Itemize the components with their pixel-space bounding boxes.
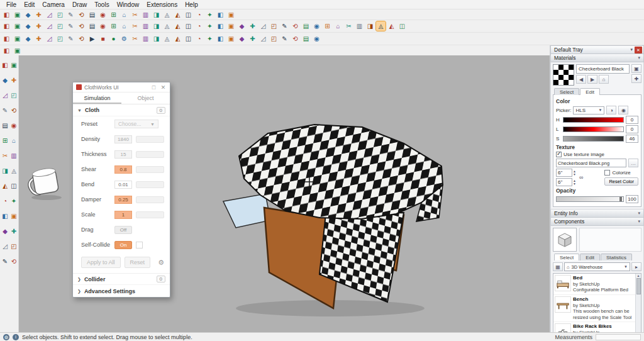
component-item-bed[interactable]: Bedby SketchUpConfigurable Platform Bed — [553, 274, 635, 295]
follow-me-icon[interactable]: ◭ — [173, 21, 182, 31]
walk-icon[interactable]: ◨ — [365, 21, 375, 31]
stamp-icon[interactable]: ◬ — [162, 34, 172, 43]
pushpin-icon[interactable]: ▾ — [638, 211, 640, 216]
weld-edges-icon[interactable]: ✚ — [248, 34, 257, 43]
style-shaded-icon[interactable]: ◫ — [397, 21, 407, 31]
preferences-icon[interactable]: ◬ — [162, 10, 172, 20]
arc-icon[interactable]: ◰ — [55, 21, 65, 31]
aspect-lock-icon[interactable]: ∞ — [578, 174, 584, 181]
polygon-icon[interactable]: ✂ — [130, 21, 140, 31]
sew-edges-icon[interactable]: ◿ — [45, 34, 54, 43]
tape-measure-icon[interactable]: ✦ — [205, 21, 214, 31]
shear-slider-track[interactable] — [136, 166, 164, 173]
simulate-record-icon[interactable]: ● — [109, 34, 118, 43]
cloth-release-icon[interactable]: ▣ — [13, 34, 22, 43]
scroll-thumb[interactable] — [636, 278, 641, 294]
pie-icon[interactable]: ▤ — [87, 21, 97, 31]
outer-shell-icon[interactable]: ▤ — [301, 34, 311, 43]
rectangle-icon[interactable]: ◉ — [98, 21, 108, 31]
from-contours-icon[interactable]: ◭ — [173, 34, 182, 43]
orbit-icon[interactable]: ✎ — [280, 21, 289, 31]
move-icon[interactable]: ⊞ — [1, 136, 10, 145]
density-value-box[interactable]: 1840 — [114, 135, 132, 143]
shear-value-box[interactable]: 0.8 — [114, 165, 132, 174]
line-icon[interactable]: ✚ — [34, 21, 43, 31]
apply-to-all-button[interactable]: Apply to All — [81, 257, 121, 268]
3d-warehouse-icon[interactable]: ◫ — [184, 10, 193, 20]
add-detail-icon[interactable]: ✦ — [205, 34, 214, 43]
zoom-icon[interactable]: ◿ — [1, 242, 10, 251]
section-plane-icon[interactable]: ◰ — [269, 21, 279, 31]
collider-make-icon[interactable]: ◆ — [23, 34, 33, 43]
component-item-bench[interactable]: Benchby SketchUpThis wooden bench can be… — [553, 295, 635, 322]
tab-simulation[interactable]: Simulation — [73, 92, 121, 104]
credits-icon[interactable]: i — [13, 334, 19, 340]
solid-intersect-icon[interactable]: ⟲ — [291, 34, 300, 43]
drape-icon[interactable]: ⟲ — [77, 34, 86, 43]
offset-icon[interactable]: ◬ — [9, 166, 19, 176]
solid-union-icon[interactable]: ◿ — [258, 34, 268, 43]
dimension-icon[interactable]: ◫ — [9, 181, 19, 191]
circle-icon[interactable]: ⌂ — [119, 21, 129, 31]
3d-text-icon[interactable]: ◿ — [258, 21, 268, 31]
artisan-brush-icon[interactable]: ◧ — [216, 34, 225, 43]
picker-dropdown[interactable]: HLS ▼ — [573, 106, 604, 115]
pushpin-icon[interactable]: ▾ — [638, 55, 640, 60]
dimension-icon[interactable]: ◧ — [216, 21, 225, 31]
freehand-icon[interactable]: ◉ — [9, 121, 19, 130]
position-camera-icon[interactable]: ✂ — [344, 21, 353, 31]
bend-value-box[interactable]: 0.01 — [114, 181, 132, 189]
push-pull-icon[interactable]: ◨ — [152, 21, 161, 31]
pushpin-icon[interactable]: ▾ — [638, 219, 640, 224]
menu-camera[interactable]: Camera — [38, 1, 69, 8]
rotated-rectangle-icon[interactable]: ⊞ — [109, 21, 118, 31]
flip-edge-icon[interactable]: ◔ — [194, 34, 204, 43]
opacity-value[interactable]: 100 — [626, 195, 638, 203]
share-model-icon[interactable]: ◔ — [194, 10, 204, 20]
previous-icon[interactable]: ⌂ — [333, 21, 343, 31]
l-value[interactable]: 0 — [626, 125, 638, 133]
erase-icon[interactable]: ⟲ — [77, 10, 86, 20]
protractor-icon[interactable]: ▣ — [226, 21, 236, 31]
three-point-arc-icon[interactable]: ⟲ — [77, 21, 86, 31]
geo-location-icon[interactable]: ◧ — [216, 10, 225, 20]
components-section-header[interactable]: Components ▾ — [550, 218, 644, 226]
materials-tab-edit[interactable]: Edit — [580, 88, 600, 95]
3d-text-icon[interactable]: ▣ — [9, 211, 19, 221]
split-solids-icon[interactable]: ◉ — [312, 34, 321, 43]
gear-icon[interactable]: ⚙ — [158, 259, 164, 267]
add-location-icon[interactable]: ✦ — [205, 10, 214, 20]
cloth-section-header[interactable]: ▼ Cloth 0 — [73, 104, 170, 116]
mug[interactable] — [27, 167, 59, 196]
rectangle-icon[interactable]: ◿ — [1, 91, 10, 100]
paint-bucket-icon[interactable]: ⌂ — [119, 10, 129, 20]
clothworks-help-icon[interactable]: ▣ — [13, 46, 22, 55]
component-item-bike-rack-bikes[interactable]: Bike Rack Bikesby SketchUpTwo bikes in a… — [553, 322, 635, 332]
circle-icon[interactable]: ✎ — [1, 106, 10, 115]
cloth-make-icon[interactable]: ◧ — [2, 34, 11, 43]
soften-edges-icon[interactable]: ▥ — [141, 34, 150, 43]
zoom-window-icon[interactable]: ◉ — [312, 21, 321, 31]
make-component-icon[interactable]: ⊞ — [109, 10, 118, 20]
entity-info-icon[interactable]: ▥ — [141, 10, 150, 20]
arc-icon[interactable]: ⟲ — [9, 106, 19, 115]
thickness-value-box[interactable]: 15 — [114, 150, 132, 159]
materials-section-header[interactable]: Materials ▾ — [550, 54, 644, 62]
new-icon[interactable]: ◧ — [2, 10, 11, 20]
zoom-extents-icon[interactable]: ⊞ — [323, 21, 332, 31]
menu-file[interactable]: File — [3, 1, 20, 8]
extension-warehouse-icon[interactable]: ◭ — [173, 10, 182, 20]
details-arrow-icon[interactable]: ▸ — [631, 262, 641, 271]
print-icon[interactable]: ✚ — [34, 10, 43, 20]
warehouse-dropdown[interactable]: ⌂ 3D Warehouse ▼ — [564, 262, 630, 271]
eraser-icon[interactable]: ◆ — [23, 21, 33, 31]
self-collide-extra-box[interactable] — [136, 242, 143, 249]
spinner-arrows-icon[interactable]: ▲▼ — [573, 170, 576, 176]
zoom-extents-icon[interactable]: ✎ — [1, 257, 10, 266]
copy-icon[interactable]: ◰ — [55, 10, 65, 20]
simulate-stop-icon[interactable]: ■ — [98, 34, 108, 43]
close-icon[interactable]: ✕ — [160, 84, 167, 91]
vertex-tools-icon[interactable]: ▣ — [226, 34, 236, 43]
rotate-icon[interactable]: ◬ — [162, 21, 172, 31]
follow-me-icon[interactable]: ▥ — [9, 151, 19, 160]
